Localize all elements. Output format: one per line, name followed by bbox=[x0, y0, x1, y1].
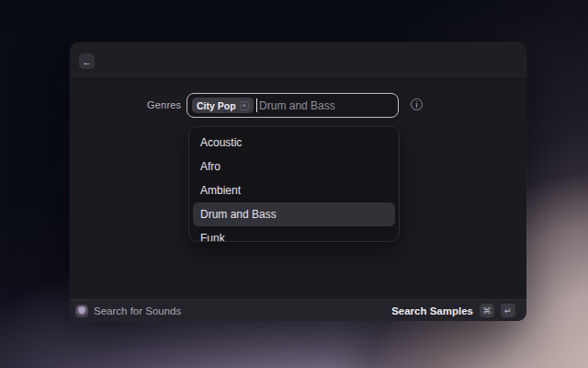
genre-dropdown: Acoustic Afro Ambient Drum and Bass Funk bbox=[188, 126, 400, 242]
dropdown-option-afro[interactable]: Afro bbox=[189, 155, 399, 178]
back-arrow-icon: ← bbox=[82, 54, 92, 69]
genre-input[interactable]: City Pop × Drum and Bass bbox=[187, 93, 399, 118]
dropdown-option-acoustic[interactable]: Acoustic bbox=[189, 131, 399, 155]
modal-header: ← bbox=[70, 42, 526, 79]
chip-remove-icon[interactable]: × bbox=[240, 101, 249, 110]
dropdown-option-funk[interactable]: Funk bbox=[189, 226, 399, 242]
back-button[interactable]: ← bbox=[79, 53, 95, 69]
suggestion-text: Drum and Bass bbox=[259, 99, 335, 112]
search-modal: ← Genres City Pop × Drum and Bass i Acou… bbox=[70, 42, 526, 321]
dropdown-option-ambient[interactable]: Ambient bbox=[189, 178, 399, 202]
return-key-icon: ↵ bbox=[501, 304, 515, 317]
app-title: Search for Sounds bbox=[94, 305, 181, 316]
modal-footer: Search for Sounds Search Samples ⌘ ↵ bbox=[70, 299, 526, 321]
text-caret bbox=[256, 98, 258, 112]
genres-label: Genres bbox=[147, 99, 181, 110]
genre-chip-city-pop: City Pop × bbox=[192, 98, 254, 113]
search-samples-label: Search Samples bbox=[391, 305, 473, 316]
shield-logo-icon bbox=[75, 305, 88, 317]
chip-label: City Pop bbox=[197, 100, 236, 111]
search-samples-action[interactable]: Search Samples ⌘ ↵ bbox=[391, 304, 515, 317]
command-key-icon: ⌘ bbox=[480, 304, 494, 317]
info-icon[interactable]: i bbox=[411, 98, 423, 110]
dropdown-option-drum-and-bass[interactable]: Drum and Bass bbox=[193, 202, 395, 226]
